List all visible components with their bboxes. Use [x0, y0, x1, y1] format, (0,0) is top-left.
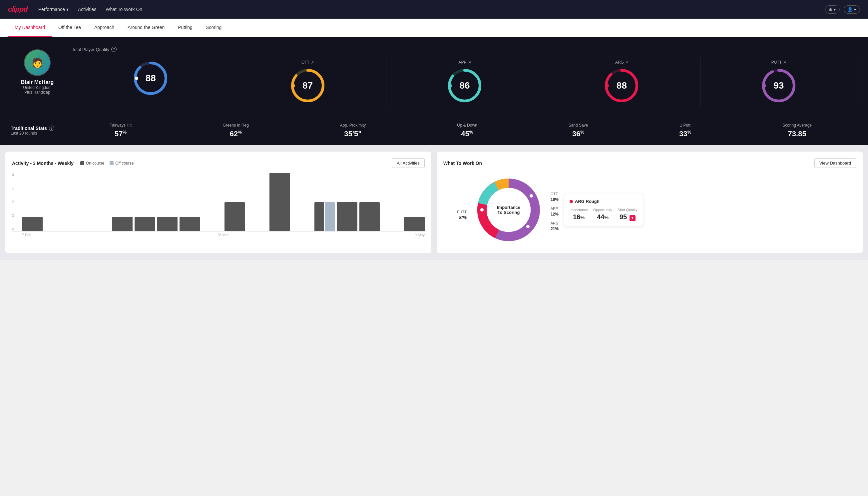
bar-empty-12 — [292, 231, 312, 231]
ott-label: OTT ↗ — [301, 60, 314, 65]
top-navigation: clippd Performance ▾ Activities What To … — [0, 0, 868, 19]
tab-approach[interactable]: Approach — [88, 19, 121, 37]
detail-shot-quality-value: 95 ▼ — [617, 213, 637, 221]
scores-section: Total Player Quality ? 88 — [72, 47, 857, 107]
nav-performance[interactable]: Performance ▾ — [38, 7, 68, 12]
donut-wrap: Importance To Scoring — [472, 173, 545, 247]
bar-oncourse-0 — [22, 217, 43, 232]
bar-group-9 — [224, 202, 245, 232]
bar-oncourse-13 — [314, 202, 325, 232]
bar-group-4 — [112, 217, 132, 232]
legend-oncourse: On course — [80, 161, 104, 166]
svg-point-2 — [135, 77, 138, 80]
app-value: 86 — [459, 80, 470, 91]
stat-gir-value: 62% — [223, 129, 249, 138]
stat-fairways-value: 57% — [110, 129, 131, 138]
svg-point-8 — [449, 84, 452, 87]
player-country: United Kingdom — [23, 85, 51, 90]
app-circle: 86 — [446, 67, 483, 104]
stats-help-icon[interactable]: ? — [49, 126, 54, 131]
score-card-app: APP ↗ 86 — [386, 57, 543, 107]
bar-oncourse-5 — [135, 217, 155, 232]
activity-header-left: Activity - 3 Months - Weekly On course O… — [12, 160, 133, 166]
stats-label: Traditional Stats ? — [11, 126, 64, 131]
bar-oncourse-17 — [404, 217, 424, 232]
donut-right-labels: OTT 10% APP 12% ARG 21% — [551, 188, 558, 231]
stat-scoring-value: 73.85 — [783, 129, 812, 138]
stat-gir-name: Greens In Reg — [223, 123, 249, 128]
stat-proximity-value: 35'5" — [340, 129, 366, 138]
bar-offcourse-13 — [325, 202, 335, 232]
help-icon[interactable]: ? — [111, 47, 116, 52]
arg-donut-label: ARG 21% — [551, 221, 558, 231]
view-dashboard-button[interactable]: View Dashboard — [815, 158, 856, 168]
app-donut-label: APP 12% — [551, 206, 558, 217]
detail-card-title: ARG Rough — [570, 199, 637, 204]
stat-updown: Up & Down 45% — [457, 123, 477, 138]
tab-putting[interactable]: Putting — [171, 19, 199, 37]
bar-oncourse-7 — [179, 217, 200, 232]
tab-my-dashboard[interactable]: My Dashboard — [8, 19, 52, 37]
svg-point-11 — [606, 84, 609, 87]
bar-oncourse-15 — [359, 202, 380, 232]
bar-empty-8 — [202, 231, 222, 231]
stat-sandsave-name: Sand Save — [569, 123, 588, 128]
bar-empty-3 — [90, 231, 110, 231]
all-activities-button[interactable]: All Activities — [392, 158, 425, 168]
legend-offcourse-dot — [110, 161, 114, 165]
app-label: APP ↗ — [459, 60, 471, 65]
chart-area: 4 3 2 1 0 7 Feb 28 Mar 9 May — [12, 173, 425, 240]
stat-scoring: Scoring Average 73.85 — [783, 123, 812, 138]
detail-shot-quality: Shot Quality 95 ▼ — [617, 208, 637, 221]
bar-group-12 — [292, 231, 312, 231]
detail-importance: Importance 16% — [570, 208, 588, 221]
bar-group-13 — [314, 202, 335, 232]
stat-1putt-name: 1 Putt — [679, 123, 691, 128]
wtwon-header: What To Work On View Dashboard — [443, 158, 856, 168]
stat-updown-name: Up & Down — [457, 123, 477, 128]
bar-group-11 — [269, 173, 290, 231]
bar-oncourse-6 — [157, 217, 177, 232]
detail-dot-icon — [570, 200, 573, 203]
score-card-putt: PUTT ↗ 93 — [700, 57, 857, 107]
donut-left-labels: PUTT 57% — [443, 200, 467, 220]
tpq-value: 88 — [145, 73, 156, 83]
stat-sandsave-value: 36% — [569, 129, 588, 138]
score-card-ott: OTT ↗ 87 — [229, 57, 386, 107]
svg-point-21 — [480, 208, 484, 212]
wtwon-title: What To Work On — [443, 160, 482, 166]
score-cards: 88 OTT ↗ 87 — [72, 57, 857, 107]
arg-label: ARG ↗ — [615, 60, 628, 65]
user-menu[interactable]: 👤 ▾ — [844, 5, 860, 14]
stat-1putt-value: 33% — [679, 129, 691, 138]
tab-around-the-green[interactable]: Around the Green — [121, 19, 171, 37]
logo[interactable]: clippd — [8, 5, 28, 14]
down-badge: ▼ — [630, 215, 635, 221]
bar-empty-10 — [247, 231, 267, 231]
player-info: 🧑 Blair McHarg United Kingdom Plus Handi… — [11, 47, 64, 95]
bar-group-2 — [67, 231, 88, 231]
ott-arrow-icon: ↗ — [311, 60, 314, 65]
detail-metrics: Importance 16% Opportunity 44% Shot Qual… — [570, 208, 637, 221]
chart-legend: On course Off course — [80, 161, 134, 166]
nav-activities[interactable]: Activities — [78, 7, 96, 12]
score-card-tpq: 88 — [72, 57, 229, 107]
bar-group-16 — [382, 231, 402, 231]
stat-gir: Greens In Reg 62% — [223, 123, 249, 138]
tab-scoring[interactable]: Scoring — [199, 19, 228, 37]
putt-label: PUTT ↗ — [771, 60, 786, 65]
arg-arrow-icon: ↗ — [625, 60, 628, 65]
bar-group-5 — [135, 217, 155, 232]
stat-fairways-name: Fairways Hit — [110, 123, 131, 128]
bar-empty-1 — [45, 231, 65, 231]
putt-value: 93 — [773, 80, 784, 91]
activity-panel-header: Activity - 3 Months - Weekly On course O… — [12, 158, 425, 168]
tabs-bar: My Dashboard Off the Tee Approach Around… — [0, 19, 868, 37]
nav-what-to-work-on[interactable]: What To Work On — [106, 7, 142, 12]
legend-oncourse-dot — [80, 161, 84, 165]
tab-off-the-tee[interactable]: Off the Tee — [52, 19, 88, 37]
stat-proximity-name: App. Proximity — [340, 123, 366, 128]
add-button[interactable]: ⊕ ▾ — [825, 5, 840, 14]
svg-point-23 — [526, 225, 530, 228]
stats-sublabel: Last 20 rounds — [11, 131, 64, 136]
